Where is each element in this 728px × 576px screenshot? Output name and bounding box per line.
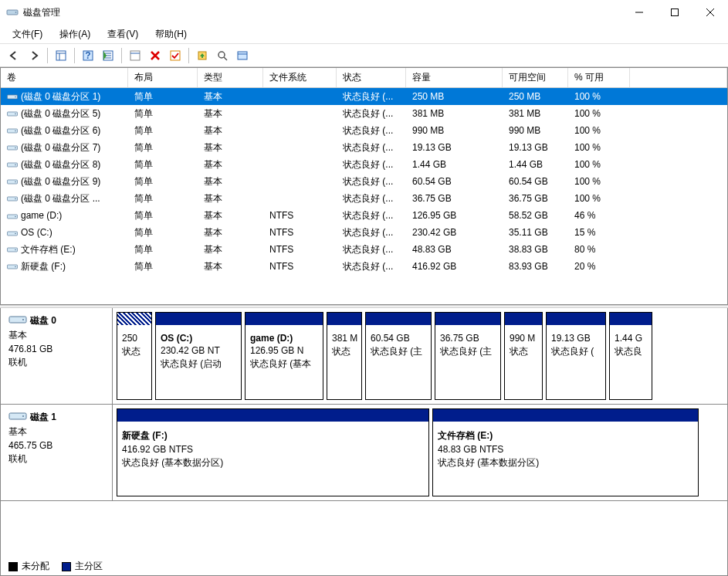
svg-point-21	[15, 97, 16, 98]
volume-name: OS (C:)	[21, 227, 52, 238]
close-button[interactable]	[692, 0, 728, 25]
volume-row[interactable]: (磁盘 0 磁盘分区 5)简单基本状态良好 (...381 MB381 MB10…	[1, 105, 727, 122]
col-free[interactable]: 可用空间	[503, 68, 568, 87]
disk-header[interactable]: 磁盘 0基本476.81 GB联机	[1, 308, 113, 404]
volume-layout: 简单	[128, 191, 198, 207]
disk-name: 磁盘 0	[8, 314, 104, 327]
delete-button[interactable]	[146, 46, 164, 65]
svg-point-45	[22, 415, 24, 417]
volume-fs: NTFS	[263, 242, 337, 256]
console-tree-button[interactable]	[52, 46, 70, 65]
volume-row[interactable]: 新硬盘 (F:)简单基本NTFS状态良好 (...416.92 GB83.93 …	[1, 258, 727, 275]
volume-layout: 简单	[128, 208, 198, 224]
col-pctfree[interactable]: % 可用	[568, 68, 630, 87]
volume-name: (磁盘 0 磁盘分区 8)	[21, 159, 100, 170]
volume-status: 状态良好 (...	[337, 106, 406, 122]
col-status[interactable]: 状态	[337, 68, 406, 87]
volume-type: 基本	[198, 123, 263, 139]
svg-line-17	[224, 57, 227, 60]
disk-header[interactable]: 磁盘 1基本465.75 GB联机	[1, 405, 113, 500]
help-button[interactable]: ?	[79, 46, 97, 65]
volume-layout: 简单	[128, 174, 198, 190]
menu-action[interactable]: 操作(A)	[52, 25, 98, 43]
volume-capacity: 381 MB	[406, 107, 503, 120]
volume-fs: NTFS	[263, 225, 337, 239]
drive-icon	[7, 245, 18, 254]
col-volume[interactable]: 卷	[1, 68, 128, 87]
menu-help[interactable]: 帮助(H)	[147, 25, 195, 43]
volume-row[interactable]: OS (C:)简单基本NTFS状态良好 (...230.42 GB35.11 G…	[1, 224, 727, 241]
partition[interactable]: game (D:)126.95 GB N状态良好 (基本	[245, 312, 323, 400]
partition[interactable]: 19.13 GB状态良好 (	[546, 312, 606, 400]
partition[interactable]: 新硬盘 (F:)416.92 GB NTFS状态良好 (基本数据分区)	[117, 408, 429, 496]
volume-row[interactable]: (磁盘 0 磁盘分区 1)简单基本状态良好 (...250 MB250 MB10…	[1, 88, 727, 105]
volume-capacity: 36.75 GB	[406, 191, 503, 205]
properties-button[interactable]	[126, 46, 144, 65]
volume-status: 状态良好 (...	[337, 157, 406, 173]
partition-status: 状态良好 (基本数据分区)	[122, 456, 424, 469]
disk-state: 联机	[8, 356, 104, 369]
up-button[interactable]	[193, 46, 212, 65]
partition[interactable]: 250状态	[117, 312, 152, 400]
partition[interactable]: 文件存档 (E:)48.83 GB NTFS状态良好 (基本数据分区)	[432, 408, 699, 496]
partition[interactable]: 36.75 GB状态良好 (主	[435, 312, 501, 400]
volume-row[interactable]: (磁盘 0 磁盘分区 6)简单基本状态良好 (...990 MB990 MB10…	[1, 122, 727, 139]
volume-status: 状态良好 (...	[337, 191, 406, 207]
check-button[interactable]	[166, 46, 185, 65]
volume-status: 状态良好 (...	[337, 89, 406, 105]
partition-size: 19.13 GB	[551, 333, 601, 344]
svg-point-25	[15, 130, 16, 132]
volume-pct: 100 %	[568, 90, 630, 103]
disk-type: 基本	[8, 329, 104, 342]
disk-partitions: 新硬盘 (F:)416.92 GB NTFS状态良好 (基本数据分区)文件存档 …	[113, 405, 727, 500]
volume-row[interactable]: (磁盘 0 磁盘分区 7)简单基本状态良好 (...19.13 GB19.13 …	[1, 139, 727, 156]
volume-capacity: 416.92 GB	[406, 259, 503, 273]
volume-type: 基本	[198, 174, 263, 190]
volume-row[interactable]: (磁盘 0 磁盘分区 8)简单基本状态良好 (...1.44 GB1.44 GB…	[1, 156, 727, 173]
partition-size: 1.44 G	[615, 333, 647, 344]
volume-table: 卷 布局 类型 文件系统 状态 容量 可用空间 % 可用 (磁盘 0 磁盘分区 …	[0, 67, 728, 305]
forward-button[interactable]	[25, 46, 43, 65]
volume-row[interactable]: (磁盘 0 磁盘分区 9)简单基本状态良好 (...60.54 GB60.54 …	[1, 173, 727, 190]
partition-size: 230.42 GB NT	[161, 345, 236, 356]
volume-type: 基本	[198, 259, 263, 275]
volume-pct: 100 %	[568, 174, 630, 188]
volume-fs: NTFS	[263, 208, 337, 222]
partition[interactable]: 381 M状态	[327, 312, 362, 400]
menu-file[interactable]: 文件(F)	[5, 25, 50, 43]
search-button[interactable]	[213, 46, 232, 65]
partition-label: OS (C:)	[161, 333, 236, 344]
col-type[interactable]: 类型	[198, 68, 263, 87]
maximize-button[interactable]	[657, 0, 692, 25]
volume-name: (磁盘 0 磁盘分区 1)	[21, 91, 100, 102]
note-button[interactable]	[233, 46, 252, 65]
volume-row[interactable]: 文件存档 (E:)简单基本NTFS状态良好 (...48.83 GB38.83 …	[1, 241, 727, 258]
svg-point-31	[15, 181, 16, 183]
partition[interactable]: 1.44 G状态良	[609, 312, 652, 400]
col-filesystem[interactable]: 文件系统	[263, 68, 337, 87]
menu-view[interactable]: 查看(V)	[100, 25, 146, 43]
volume-type: 基本	[198, 208, 263, 224]
col-layout[interactable]: 布局	[128, 68, 198, 87]
partition[interactable]: 60.54 GB状态良好 (主	[365, 312, 432, 400]
list-button[interactable]	[99, 46, 117, 65]
legend-primary: 主分区	[62, 560, 103, 573]
volume-fs	[263, 163, 337, 166]
volume-layout: 简单	[128, 89, 198, 105]
col-capacity[interactable]: 容量	[406, 68, 503, 87]
partition[interactable]: OS (C:)230.42 GB NT状态良好 (启动	[155, 312, 242, 400]
partition-size: 250	[122, 333, 147, 344]
partition[interactable]: 990 M状态	[504, 312, 543, 400]
partition-status: 状态良好 (主	[371, 345, 426, 358]
volume-list: (磁盘 0 磁盘分区 1)简单基本状态良好 (...250 MB250 MB10…	[1, 88, 727, 304]
volume-row[interactable]: game (D:)简单基本NTFS状态良好 (...126.95 GB58.52…	[1, 207, 727, 224]
titlebar: 磁盘管理	[0, 0, 728, 25]
volume-type: 基本	[198, 89, 263, 105]
volume-row[interactable]: (磁盘 0 磁盘分区 ...简单基本状态良好 (...36.75 GB36.75…	[1, 190, 727, 207]
back-button[interactable]	[5, 46, 23, 65]
partition-size: 36.75 GB	[440, 333, 496, 344]
col-empty	[630, 68, 727, 87]
svg-point-39	[15, 249, 16, 251]
volume-layout: 简单	[128, 157, 198, 173]
minimize-button[interactable]	[621, 0, 657, 25]
